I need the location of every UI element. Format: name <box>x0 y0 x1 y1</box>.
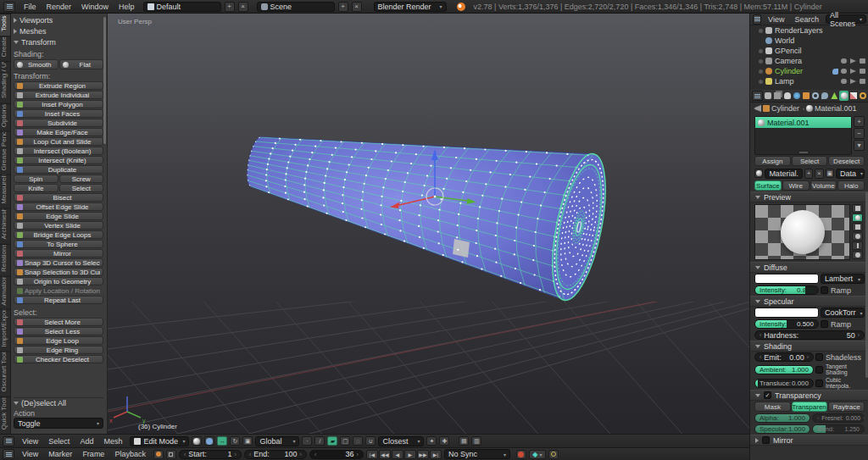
intersect-boolean-button[interactable]: Intersect (Boolean) <box>14 147 103 155</box>
visibility-toggle-icon[interactable] <box>841 69 847 74</box>
duplicate-button[interactable]: Duplicate <box>14 165 103 174</box>
editor-type-icon[interactable] <box>752 91 763 101</box>
menu-render[interactable]: Render <box>42 3 77 11</box>
z-transparency-mode-button[interactable]: Z Transparency <box>792 402 828 412</box>
orientation-dropdown[interactable]: Global▾ <box>255 436 299 446</box>
extrude-region-button[interactable]: Extrude Region <box>14 81 103 90</box>
add-layout-button[interactable]: + <box>225 2 235 12</box>
outliner-item-world[interactable]: World <box>750 36 868 46</box>
shelf-tab-quick-tools[interactable]: Quick Tools <box>0 396 10 434</box>
panel-preview[interactable]: Preview <box>750 191 868 202</box>
panel-diffuse[interactable]: Diffuse <box>750 262 868 273</box>
extrude-individual-button[interactable]: Extrude Individual <box>14 91 103 99</box>
mirror-checkbox[interactable] <box>762 436 770 444</box>
menu-view[interactable]: View <box>17 437 43 446</box>
pivot-point-dropdown[interactable] <box>204 436 214 446</box>
remove-slot-button[interactable]: − <box>854 128 865 139</box>
knife-button[interactable]: Knife <box>14 184 58 192</box>
properties-tab-scene[interactable] <box>782 91 791 101</box>
properties-tab-constraints[interactable] <box>811 91 820 101</box>
lock-icon[interactable] <box>166 450 176 459</box>
opengl-animation-button[interactable]: ▥ <box>471 436 481 446</box>
jump-to-start-button[interactable]: |◀ <box>366 450 378 459</box>
panel-transform[interactable]: Transform <box>14 37 103 47</box>
halo-type-button[interactable]: Halo <box>837 180 865 191</box>
manipulator-translate-button[interactable]: ↔ <box>217 436 227 446</box>
shelf-tab-animation[interactable]: Animation <box>0 276 10 310</box>
snap-selection-to-3d-cursor-button[interactable]: Snap Selection to 3D Cursor <box>14 268 103 276</box>
properties-tab-material[interactable] <box>839 91 848 101</box>
bridge-edge-loops-button[interactable]: Bridge Edge Loops <box>14 230 103 239</box>
snap-target-dropdown[interactable]: Closest▾ <box>378 436 424 446</box>
panel-shading[interactable]: Shading <box>750 341 868 352</box>
bisect-button[interactable]: Bisect <box>14 193 103 202</box>
fresnel-field[interactable]: ‹Fresnel: 0.000› <box>812 413 865 423</box>
browse-material-dropdown[interactable] <box>754 169 763 178</box>
vertex-select-button[interactable]: · <box>302 436 312 446</box>
panel-deselect-all[interactable]: (De)select All <box>14 397 103 407</box>
menu-help[interactable]: Help <box>114 3 140 11</box>
link-data-dropdown[interactable]: Data▾ <box>836 169 865 179</box>
menu-window[interactable]: Window <box>76 3 114 11</box>
expander-icon[interactable] <box>759 69 763 74</box>
add-scene-button[interactable]: + <box>338 2 348 12</box>
proportional-edit-dropdown[interactable]: ◌ <box>353 436 363 446</box>
edge-ring-button[interactable]: Edge Ring <box>14 346 103 354</box>
edge-select-button[interactable]: / <box>314 436 325 446</box>
snap-self-button[interactable]: ✦ <box>426 436 437 446</box>
material-slot-list[interactable]: Material.001 <box>754 116 852 155</box>
mode-dropdown[interactable]: Edit Mode▾ <box>130 436 189 446</box>
frame-start-field[interactable]: ‹Start: 1› <box>179 450 242 459</box>
expander-icon[interactable] <box>759 59 763 64</box>
scene-dropdown[interactable]: Scene <box>257 2 335 12</box>
spin-button[interactable]: Spin <box>14 175 58 183</box>
translucency-slider[interactable]: Transluce:0.000 <box>754 379 814 388</box>
surface-type-button[interactable]: Surface <box>754 180 782 191</box>
editor-type-icon[interactable] <box>3 2 15 12</box>
edge-loop-button[interactable]: Edge Loop <box>14 336 103 345</box>
mirror-button[interactable]: Mirror <box>14 249 103 258</box>
editor-type-icon[interactable] <box>3 436 14 446</box>
menu-select[interactable]: Select <box>43 437 75 446</box>
properties-tab-world[interactable] <box>793 91 801 101</box>
editor-type-icon[interactable] <box>3 449 14 459</box>
pin-id-button[interactable]: ▣ <box>826 169 834 178</box>
preview-range-icon[interactable] <box>153 450 164 459</box>
slot-specials-button[interactable]: ▾ <box>854 140 865 151</box>
outliner-item-camera[interactable]: Camera <box>750 56 868 66</box>
properties-tab-object[interactable] <box>802 91 810 101</box>
render-toggle-icon[interactable] <box>860 58 865 64</box>
shadeless-checkbox[interactable] <box>815 353 823 361</box>
tangent-shading-checkbox[interactable] <box>815 366 823 374</box>
mask-mode-button[interactable]: Mask <box>754 402 791 412</box>
next-keyframe-button[interactable]: ▶▶ <box>417 450 429 459</box>
menu-frame[interactable]: Frame <box>77 450 109 458</box>
flat-button[interactable]: Flat <box>59 59 104 69</box>
viewport-shading-dropdown[interactable] <box>192 436 202 446</box>
expander-icon[interactable] <box>759 29 763 33</box>
breadcrumb-object[interactable]: Cylinder <box>771 104 799 113</box>
render-toggle-icon[interactable] <box>860 69 865 74</box>
wire-type-button[interactable]: Wire <box>782 180 810 191</box>
preview-sphere-button[interactable] <box>852 213 863 222</box>
play-reverse-button[interactable]: ◀ <box>392 450 403 459</box>
action-dropdown[interactable]: Toggle ▾ <box>14 418 103 429</box>
origin-to-geometry-button[interactable]: Origin to Geometry <box>14 277 103 285</box>
loop-cut-and-slide-button[interactable]: Loop Cut and Slide <box>14 137 103 146</box>
outliner-item-gpencil[interactable]: GPencil <box>750 46 868 56</box>
visibility-toggle-icon[interactable] <box>841 79 847 84</box>
transparency-checkbox[interactable]: ✓ <box>764 391 771 399</box>
diffuse-intensity-slider[interactable]: Intensity:0.800 <box>754 285 819 295</box>
raytrace-mode-button[interactable]: Raytrace <box>828 402 865 412</box>
tool-shelf-scrollbar[interactable] <box>103 17 106 144</box>
selectability-toggle-icon[interactable] <box>850 79 856 84</box>
inset-faces-button[interactable]: Inset Faces <box>14 109 103 118</box>
limit-to-visible-button[interactable]: ▢ <box>340 436 350 446</box>
select-button[interactable]: Select <box>59 184 104 192</box>
delete-layout-button[interactable]: × <box>238 2 248 12</box>
panel-viewports[interactable]: Viewports <box>14 15 103 25</box>
selectability-toggle-icon[interactable] <box>850 69 856 74</box>
cylinder-mesh[interactable] <box>246 136 615 305</box>
frame-end-field[interactable]: ‹End: 100› <box>244 450 307 459</box>
blend-slider[interactable]: Blend:1.250 <box>812 424 865 434</box>
